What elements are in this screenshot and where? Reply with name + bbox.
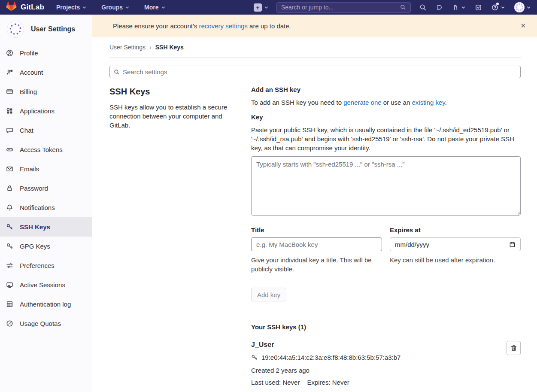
sidebar-item-profile[interactable]: Profile — [0, 43, 92, 63]
sidebar-item-billing[interactable]: Billing — [0, 82, 92, 101]
generate-one-link[interactable]: generate one — [343, 99, 381, 106]
chevron-down-icon — [125, 5, 130, 10]
chevron-down-icon — [461, 5, 466, 10]
merge-request-icon[interactable] — [452, 4, 466, 11]
sidebar-item-emails[interactable]: Emails — [0, 159, 92, 179]
key-expires: Expires: Never — [307, 379, 349, 386]
sidebar-item-authentication-log[interactable]: Authentication log — [0, 295, 92, 314]
expires-at-input[interactable]: mm/dd/yyyy — [390, 237, 521, 251]
sidebar-item-account[interactable]: Account — [0, 63, 92, 82]
sidebar-title: User Settings — [31, 25, 75, 33]
key-icon — [251, 354, 258, 361]
page-title: SSH Keys — [109, 86, 238, 97]
top-navbar: GitLab Projects Groups More + — [0, 0, 537, 15]
chevron-down-icon — [82, 5, 87, 10]
key-last-used: Last used: Never — [251, 379, 300, 386]
ssh-keys-icon — [6, 223, 13, 231]
page-description: SSH keys allow you to establish a secure… — [109, 103, 238, 130]
add-key-button[interactable]: Add key — [251, 288, 286, 301]
avatar[interactable] — [514, 2, 525, 12]
title-help-text: Give your individual key a title. This w… — [251, 255, 382, 273]
recovery-settings-link[interactable]: recovery settings — [199, 22, 247, 30]
preferences-icon — [6, 262, 13, 269]
title-input[interactable] — [251, 237, 382, 251]
add-ssh-key-heading: Add an SSH key — [251, 86, 521, 93]
nav-projects[interactable]: Projects — [56, 4, 87, 11]
add-ssh-key-intro: To add an SSH key you need to generate o… — [251, 99, 521, 106]
chevron-down-icon — [264, 5, 269, 10]
calendar-icon — [509, 241, 516, 248]
delete-key-button[interactable] — [507, 341, 521, 355]
close-icon[interactable]: ✕ — [517, 20, 529, 31]
sidebar-item-preferences[interactable]: Preferences — [0, 256, 92, 275]
sidebar-item-active-sessions[interactable]: Active Sessions — [0, 275, 92, 295]
tanuki-icon — [6, 1, 17, 13]
gpg-keys-icon — [6, 243, 13, 250]
search-icon[interactable] — [419, 4, 427, 11]
sidebar-item-password[interactable]: Password — [0, 179, 92, 198]
key-title: J_User — [251, 341, 507, 349]
gitlab-logo[interactable]: GitLab — [6, 1, 44, 13]
avatar — [7, 21, 24, 38]
chevron-down-icon — [161, 5, 166, 10]
global-search-input[interactable] — [281, 4, 400, 11]
password-icon — [6, 185, 13, 192]
key-label: Key — [251, 113, 521, 121]
chevron-down-icon — [501, 5, 505, 10]
notifications-icon — [6, 204, 13, 211]
settings-search[interactable] — [109, 66, 521, 78]
sidebar-item-usage-quotas[interactable]: Usage Quotas — [0, 314, 92, 333]
authentication-log-icon — [6, 301, 13, 308]
nav-groups[interactable]: Groups — [101, 4, 130, 11]
settings-sidebar: User Settings Profile Account Billing Ap… — [0, 15, 92, 392]
applications-icon — [6, 107, 13, 115]
sidebar-item-chat[interactable]: Chat — [0, 121, 92, 140]
user-menu[interactable] — [514, 2, 531, 12]
chat-icon — [6, 127, 13, 134]
recovery-alert: Please ensure your account's recovery se… — [92, 15, 537, 37]
your-ssh-keys-heading: Your SSH keys (1) — [251, 323, 521, 331]
help-icon[interactable] — [491, 3, 505, 11]
sidebar-item-ssh-keys[interactable]: SSH Keys — [0, 217, 92, 237]
issues-icon[interactable] — [436, 4, 443, 11]
ssh-key-list-item: J_User 19:e0:44:a5:14:c2:3a:e8:f8:48:8b:… — [251, 341, 521, 386]
global-search[interactable] — [276, 2, 411, 13]
sidebar-item-notifications[interactable]: Notifications — [0, 198, 92, 217]
key-fingerprint: 19:e0:44:a5:14:c2:3a:e8:f8:48:8b:63:5b:5… — [261, 354, 400, 361]
divider — [251, 312, 521, 312]
account-icon — [6, 69, 13, 76]
key-help-text: Paste your public SSH key, which is usua… — [251, 125, 521, 152]
key-created: Created 2 years ago — [251, 367, 507, 374]
emails-icon — [6, 165, 13, 173]
brand-name: GitLab — [21, 3, 44, 12]
billing-icon — [6, 88, 13, 95]
sidebar-item-gpg-keys[interactable]: GPG Keys — [0, 237, 92, 256]
access-tokens-icon — [6, 146, 13, 153]
breadcrumb-separator: › — [149, 44, 152, 51]
sidebar-item-access-tokens[interactable]: Access Tokens — [0, 140, 92, 159]
search-icon — [400, 4, 406, 10]
trash-icon — [510, 345, 517, 352]
existing-key-link[interactable]: existing key — [412, 99, 445, 106]
breadcrumb: User Settings › SSH Keys — [109, 37, 521, 58]
search-icon — [114, 69, 120, 75]
expires-help-text: Key can still be used after expiration. — [390, 255, 521, 264]
plus-icon[interactable]: + — [254, 3, 262, 12]
breadcrumb-current: SSH Keys — [155, 44, 184, 51]
nav-more[interactable]: More — [144, 4, 165, 11]
chevron-down-icon — [526, 5, 531, 10]
new-menu[interactable]: + — [254, 3, 269, 12]
sidebar-item-applications[interactable]: Applications — [0, 101, 92, 121]
expires-at-label: Expires at — [390, 226, 521, 234]
ssh-key-textarea[interactable] — [251, 156, 521, 216]
active-sessions-icon — [6, 281, 13, 289]
title-label: Title — [251, 226, 382, 234]
usage-quotas-icon — [6, 320, 13, 327]
breadcrumb-user-settings[interactable]: User Settings — [109, 44, 146, 51]
notification-dot — [496, 3, 499, 5]
settings-search-input[interactable] — [123, 68, 516, 76]
sidebar-nav: Profile Account Billing Applications Cha… — [0, 43, 92, 333]
profile-icon — [6, 49, 13, 57]
todo-icon[interactable] — [475, 4, 482, 11]
